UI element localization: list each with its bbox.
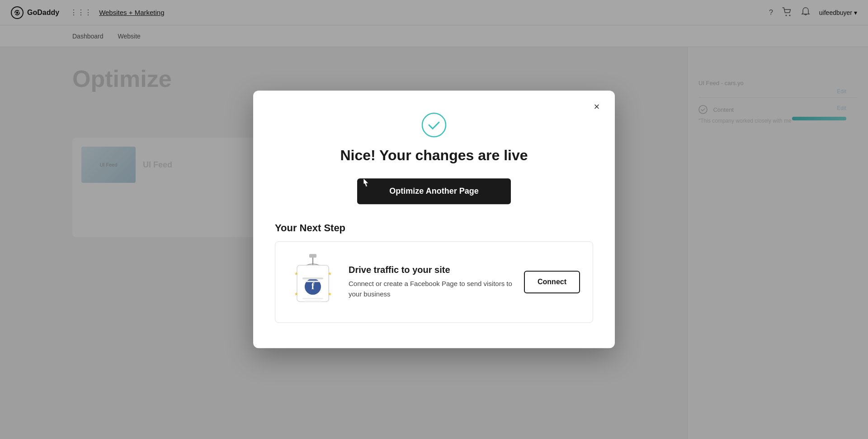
svg-text:★: ★ — [294, 292, 298, 297]
svg-point-5 — [422, 113, 446, 137]
next-step-description: Connect or create a Facebook Page to sen… — [349, 279, 513, 300]
svg-rect-18 — [302, 298, 323, 300]
svg-text:★: ★ — [328, 292, 332, 297]
next-step-title: Drive traffic to your site — [349, 265, 513, 276]
optimize-another-page-button[interactable]: Optimize Another Page — [357, 179, 511, 205]
svg-rect-6 — [309, 254, 316, 258]
modal-title: Nice! Your changes are live — [275, 147, 593, 164]
success-icon-container — [275, 112, 593, 138]
svg-text:★: ★ — [294, 272, 298, 277]
svg-rect-17 — [305, 281, 321, 282]
svg-rect-16 — [302, 278, 323, 280]
next-step-card: ★ ★ ★ ★ f Drive traffic to your site Con… — [275, 242, 593, 323]
checkmark-icon — [421, 112, 447, 138]
success-modal: × Nice! Your changes are live Optimize A… — [253, 91, 615, 348]
svg-text:f: f — [311, 282, 315, 291]
svg-rect-19 — [304, 301, 321, 302]
connect-button[interactable]: Connect — [524, 271, 580, 294]
svg-text:★: ★ — [328, 272, 332, 277]
next-step-label: Your Next Step — [275, 223, 593, 234]
next-step-text-content: Drive traffic to your site Connect or cr… — [349, 265, 513, 300]
facebook-badge-illustration: ★ ★ ★ ★ f — [288, 253, 338, 312]
close-button[interactable]: × — [590, 100, 604, 114]
